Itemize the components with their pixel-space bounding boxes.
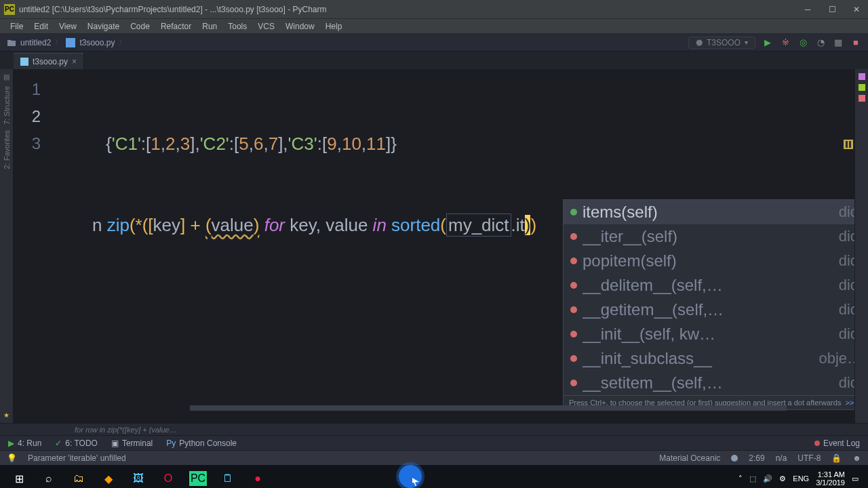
- sublime-button[interactable]: ◆: [94, 465, 123, 488]
- python-console-tool-button[interactable]: PyPython Console: [166, 439, 237, 448]
- navigation-bar: untitled2 〉 t3sooo.py 〉 ⬣ T3SOOO ▾ ▶ ※ ◎…: [0, 34, 868, 52]
- structure-tool-button[interactable]: 7: Structure: [3, 86, 11, 125]
- autocomplete-item[interactable]: items(self)dict: [564, 200, 854, 224]
- language-indicator[interactable]: ENG: [793, 474, 809, 483]
- file-explorer-button[interactable]: 🗂: [64, 465, 94, 488]
- autocomplete-item[interactable]: __getitem__(self,…dict: [564, 298, 854, 322]
- tray-chevron-icon[interactable]: ˄: [738, 474, 743, 483]
- bulb-icon[interactable]: 💡: [7, 453, 17, 463]
- autocomplete-item[interactable]: __delitem__(self,…dict: [564, 273, 854, 298]
- menu-code[interactable]: Code: [125, 20, 155, 33]
- database-tool-button[interactable]: [859, 84, 865, 91]
- favorites-tool-button[interactable]: 2: Favorites: [3, 130, 11, 169]
- autocomplete-item[interactable]: __iter__(self)dict: [564, 224, 854, 249]
- notification-dot-icon: [814, 441, 820, 446]
- project-tool-button[interactable]: ▤: [3, 73, 9, 81]
- event-log-button[interactable]: Event Log: [814, 439, 860, 448]
- autocomplete-item[interactable]: __init__(self, kw…dict: [564, 322, 854, 346]
- menu-tools[interactable]: Tools: [223, 20, 252, 33]
- line-number: 3: [14, 130, 46, 157]
- clock-date[interactable]: 3/1/2019: [816, 479, 845, 487]
- right-tool-strip: [854, 69, 868, 423]
- start-button[interactable]: ⊞: [4, 465, 34, 488]
- run-configuration-selector[interactable]: ⬣ T3SOOO ▾: [688, 37, 755, 49]
- breadcrumb-project[interactable]: untitled2: [20, 38, 51, 47]
- horizontal-scrollbar[interactable]: [190, 405, 787, 411]
- photos-button[interactable]: 🖼: [123, 465, 153, 488]
- maven-tool-button[interactable]: [859, 95, 865, 102]
- menu-run[interactable]: Run: [197, 20, 222, 33]
- editor-tabs: t3sooo.py ×: [0, 52, 868, 69]
- autocomplete-item[interactable]: __setitem__(self,…dict: [564, 371, 854, 395]
- coverage-button[interactable]: ◎: [797, 37, 808, 48]
- autocomplete-item[interactable]: popitem(self)dict: [564, 249, 854, 273]
- context-text: for row in zip(*([key] + (value…: [75, 426, 177, 434]
- code-editor[interactable]: 1 2 3 {'C1':[1,2,3],'C2':[5,6,7],'C3':[9…: [14, 69, 854, 423]
- autocomplete-item[interactable]: __init_subclass__obje…: [564, 346, 854, 371]
- title-bar: PC untitled2 [C:\Users\t3so\PycharmProje…: [0, 0, 868, 19]
- python-icon: ⬣: [696, 38, 703, 47]
- todo-tool-button[interactable]: ✓6: TODO: [55, 439, 98, 448]
- tray-icon[interactable]: ⚙: [779, 474, 786, 483]
- clock-time[interactable]: 1:31 AM: [818, 470, 845, 479]
- maximize-button[interactable]: ☐: [825, 3, 840, 16]
- run-config-name: T3SOOO: [707, 38, 741, 47]
- menu-refactor[interactable]: Refactor: [156, 20, 196, 33]
- python-icon: Py: [166, 439, 176, 448]
- menu-edit[interactable]: Edit: [29, 20, 53, 33]
- chevron-right-icon: 〉: [119, 38, 125, 47]
- theme-dot-icon: [731, 455, 738, 462]
- pycharm-button[interactable]: PC: [183, 465, 213, 488]
- profile-button[interactable]: ◔: [815, 37, 826, 48]
- stop-button[interactable]: ■: [850, 37, 861, 48]
- editor-tab[interactable]: t3sooo.py ×: [14, 53, 84, 69]
- line-number: 2: [14, 103, 46, 130]
- close-tab-icon[interactable]: ×: [72, 57, 77, 66]
- encoding-status[interactable]: UTF-8: [797, 453, 821, 463]
- hector-icon[interactable]: ☻: [852, 453, 861, 463]
- play-icon: ▶: [8, 439, 14, 448]
- breadcrumb: untitled2 〉 t3sooo.py 〉: [7, 38, 688, 47]
- menu-window[interactable]: Window: [281, 20, 319, 33]
- network-icon[interactable]: ⬚: [749, 474, 756, 483]
- autocomplete-popup: items(self)dict __iter__(self)dict popit…: [563, 199, 854, 410]
- chevron-right-icon: 〉: [55, 38, 62, 47]
- menu-vcs[interactable]: VCS: [253, 20, 279, 33]
- svg-rect-0: [66, 38, 75, 47]
- minimize-button[interactable]: ─: [800, 3, 815, 16]
- cursor-position[interactable]: 2:69: [749, 453, 764, 463]
- volume-icon[interactable]: 🔊: [763, 474, 772, 483]
- debug-button[interactable]: ※: [780, 37, 791, 48]
- theme-name[interactable]: Material Oceanic: [659, 453, 720, 463]
- run-tool-button[interactable]: ▶4: Run: [8, 439, 41, 448]
- terminal-tool-button[interactable]: ▣Terminal: [111, 439, 153, 448]
- status-bar: 💡 Parameter 'iterable' unfilled Material…: [0, 450, 868, 465]
- star-icon: ★: [3, 411, 9, 419]
- sciview-tool-button[interactable]: [859, 73, 865, 80]
- breadcrumb-file[interactable]: t3sooo.py: [79, 38, 115, 47]
- menu-help[interactable]: Help: [321, 20, 347, 33]
- run-button[interactable]: ▶: [762, 37, 773, 48]
- system-tray[interactable]: ˄ ⬚ 🔊 ⚙ ENG 1:31 AM 3/1/2019 ▭: [738, 470, 864, 487]
- method-icon: [570, 282, 577, 289]
- method-icon: [570, 209, 577, 216]
- notepad-button[interactable]: 🗒: [213, 465, 243, 488]
- check-icon: ✓: [55, 439, 62, 448]
- analysis-paused-icon[interactable]: [844, 140, 853, 149]
- search-button[interactable]: ⌕: [34, 465, 64, 488]
- lock-icon[interactable]: 🔒: [831, 453, 842, 463]
- method-icon: [570, 233, 577, 240]
- menu-bar: File Edit View Navigate Code Refactor Ru…: [0, 19, 868, 34]
- opera-button[interactable]: O: [153, 465, 183, 488]
- python-file-icon: [66, 38, 75, 47]
- line-number: 1: [14, 76, 46, 103]
- app-icon: PC: [4, 4, 15, 15]
- recorder-button[interactable]: ●: [243, 465, 273, 488]
- menu-view[interactable]: View: [54, 20, 81, 33]
- menu-navigate[interactable]: Navigate: [83, 20, 124, 33]
- menu-file[interactable]: File: [5, 20, 28, 33]
- read-write-status: n/a: [776, 453, 787, 463]
- action-center-icon[interactable]: ▭: [852, 474, 859, 483]
- close-button[interactable]: ✕: [849, 3, 864, 16]
- search-everywhere-button[interactable]: ▦: [833, 37, 844, 48]
